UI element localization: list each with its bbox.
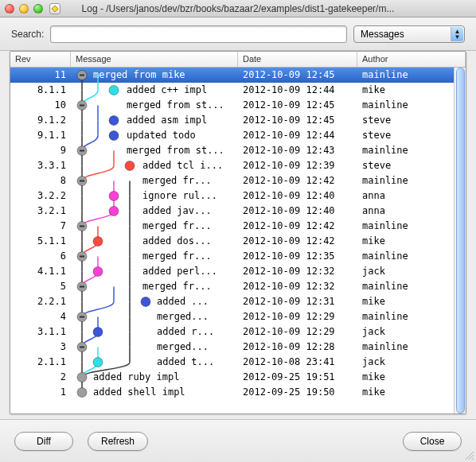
diff-button[interactable]: Diff (14, 432, 73, 451)
cell-author: steve (357, 128, 454, 143)
table-row[interactable]: 3.2.2ignore rul...2012-10-09 12:40anna (10, 188, 454, 204)
cell-author: anna (357, 188, 454, 204)
vertical-scrollbar[interactable] (454, 68, 466, 413)
cell-date: 2012-10-09 12:29 (238, 324, 357, 340)
cell-date: 2012-09-25 19:51 (238, 370, 357, 385)
cell-date: 2012-10-09 12:45 (238, 68, 357, 83)
table-row[interactable]: 1added shell impl2012-09-25 19:50mike (10, 385, 454, 400)
close-window-icon[interactable] (5, 4, 14, 14)
table-row[interactable]: 10merged from st...2012-10-09 12:45mainl… (10, 98, 454, 113)
col-rev[interactable]: Rev (10, 52, 71, 67)
table-row[interactable]: 9.1.2added asm impl2012-10-09 12:45steve (10, 113, 454, 128)
table-row[interactable]: 4merged...2012-10-09 12:29mainline (10, 309, 454, 324)
log-table: Rev Message Date Author 11merged from mi… (10, 51, 466, 414)
cell-rev: 3.3.1 (10, 158, 71, 173)
table-row[interactable]: 3.1.1added r...2012-10-09 12:29jack (10, 324, 454, 340)
message-text: merged from st... (127, 143, 224, 158)
cell-message: merged fr... (71, 249, 238, 264)
svg-marker-0 (52, 6, 58, 12)
table-row[interactable]: 8.1.1added c++ impl2012-10-09 12:44mike (10, 83, 454, 98)
close-button[interactable]: Close (403, 432, 462, 451)
cell-author: jack (357, 324, 454, 340)
table-row[interactable]: 2.2.1added ...2012-10-09 12:31mike (10, 294, 454, 309)
col-author[interactable]: Author (357, 52, 466, 67)
cell-date: 2012-10-09 12:42 (238, 219, 357, 234)
table-row[interactable]: 6merged fr...2012-10-09 12:35mainline (10, 249, 454, 264)
table-row[interactable]: 3.2.1added jav...2012-10-09 12:40anna (10, 204, 454, 219)
cell-date: 2012-10-09 12:44 (238, 83, 357, 98)
cell-message: added asm impl (71, 113, 238, 128)
cell-date: 2012-10-09 12:45 (238, 113, 357, 128)
col-date[interactable]: Date (238, 52, 357, 67)
cell-author: mainline (357, 173, 454, 188)
window-title: Log - /Users/janos/dev/bzr/books/bazaar2… (0, 3, 476, 14)
table-row[interactable]: 11merged from mike2012-10-09 12:45mainli… (10, 68, 454, 83)
cell-message: merged fr... (71, 279, 238, 294)
svg-line-34 (472, 458, 474, 460)
cell-message: added jav... (71, 204, 238, 219)
search-toolbar: Search: Messages ▲▼ (0, 17, 476, 51)
cell-author: jack (357, 264, 454, 279)
cell-date: 2012-10-09 12:44 (238, 128, 357, 143)
minimize-window-icon[interactable] (19, 4, 29, 14)
resize-grip-icon[interactable] (463, 449, 474, 460)
table-row[interactable]: 8merged fr...2012-10-09 12:42mainline (10, 173, 454, 188)
table-row[interactable]: 2.1.1added t...2012-10-08 23:41jack (10, 355, 454, 370)
table-row[interactable]: 5merged fr...2012-10-09 12:32mainline (10, 279, 454, 294)
scrollbar-thumb[interactable] (456, 68, 465, 413)
table-row[interactable]: 7merged fr...2012-10-09 12:42mainline (10, 219, 454, 234)
cell-message: merged from st... (71, 143, 238, 158)
col-message[interactable]: Message (71, 52, 238, 67)
table-row[interactable]: 3merged...2012-10-09 12:28mainline (10, 340, 454, 355)
table-row[interactable]: 9.1.1updated todo2012-10-09 12:44steve (10, 128, 454, 143)
message-text: added jav... (142, 204, 212, 219)
cell-date: 2012-10-08 23:41 (238, 355, 357, 370)
cell-author: steve (357, 158, 454, 173)
cell-rev: 9 (10, 143, 71, 158)
refresh-button[interactable]: Refresh (88, 432, 148, 451)
cell-message: added perl... (71, 264, 238, 279)
zoom-window-icon[interactable] (33, 4, 43, 14)
cell-message: added ... (71, 294, 238, 309)
cell-rev: 1 (10, 385, 71, 400)
cell-date: 2012-10-09 12:45 (238, 98, 357, 113)
cell-rev: 4.1.1 (10, 264, 71, 279)
table-row[interactable]: 2added ruby impl2012-09-25 19:51mike (10, 370, 454, 385)
table-row[interactable]: 4.1.1added perl...2012-10-09 12:32jack (10, 264, 454, 279)
cell-rev: 5.1.1 (10, 234, 71, 249)
cell-author: steve (357, 113, 454, 128)
cell-message: merged... (71, 340, 238, 355)
message-text: added r... (157, 324, 214, 340)
footer: Diff Refresh Close (0, 419, 476, 462)
cell-date: 2012-10-09 12:40 (238, 204, 357, 219)
message-text: merged fr... (142, 249, 212, 264)
cell-author: mike (357, 294, 454, 309)
message-text: ignore rul... (142, 188, 217, 204)
cell-author: mainline (357, 143, 454, 158)
cell-author: mike (357, 385, 454, 400)
message-text: added c++ impl (127, 83, 207, 98)
message-text: updated todo (127, 128, 196, 143)
search-input[interactable] (50, 25, 347, 43)
cell-author: mainline (357, 98, 454, 113)
cell-rev: 2.2.1 (10, 294, 71, 309)
filter-dropdown[interactable]: Messages ▲▼ (353, 25, 465, 43)
table-row[interactable]: 3.3.1added tcl i...2012-10-09 12:39steve (10, 158, 454, 173)
message-text: added dos... (142, 234, 212, 249)
cell-message: merged fr... (71, 173, 238, 188)
table-row[interactable]: 5.1.1added dos...2012-10-09 12:42mike (10, 234, 454, 249)
message-text: merged fr... (142, 173, 212, 188)
cell-author: mike (357, 370, 454, 385)
cell-message: added tcl i... (71, 158, 238, 173)
cell-author: jack (357, 355, 454, 370)
cell-date: 2012-10-09 12:32 (238, 264, 357, 279)
cell-message: merged from mike (71, 68, 238, 83)
message-text: merged fr... (142, 219, 212, 234)
cell-message: added shell impl (71, 385, 238, 400)
cell-message: added r... (71, 324, 238, 340)
cell-message: merged fr... (71, 219, 238, 234)
cell-message: added c++ impl (71, 83, 238, 98)
log-rows: 11merged from mike2012-10-09 12:45mainli… (10, 68, 454, 413)
search-label: Search: (11, 29, 44, 40)
table-row[interactable]: 9merged from st...2012-10-09 12:43mainli… (10, 143, 454, 158)
